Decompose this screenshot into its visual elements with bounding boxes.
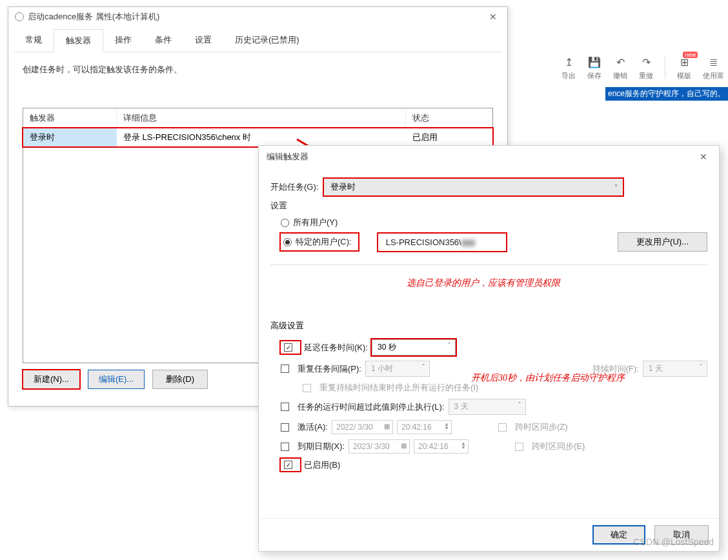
tab-history[interactable]: 历史记录(已禁用) (223, 29, 311, 52)
expire-checkbox[interactable] (281, 443, 289, 451)
advanced-settings-label: 高级设置 (270, 320, 707, 332)
annotation-2: 开机后30秒，由计划任务启动守护程序 (471, 372, 625, 384)
activate-date[interactable]: 2022/ 3/30▦ (332, 420, 393, 434)
new-button[interactable]: 新建(N)... (23, 370, 80, 389)
export-icon: ↥ (562, 55, 575, 68)
close-button[interactable]: ✕ (485, 12, 501, 22)
tab-description: 创建任务时，可以指定触发该任务的条件。 (8, 52, 507, 82)
delay-label: 延迟任务时间(K): (304, 342, 368, 354)
save-icon: 💾 (588, 55, 601, 68)
repeat-combo[interactable]: 1 小时 (365, 361, 430, 377)
radio-specific-label: 特定的用户(C): (296, 236, 352, 248)
user-display: LS-PRECISION356\▮▮▮ (378, 233, 507, 252)
tab-general[interactable]: 常规 (14, 29, 54, 52)
tab-actions[interactable]: 操作 (103, 29, 143, 52)
spinner-icon: ▲▼ (461, 442, 466, 450)
repeat-stop-label: 重复持续时间结束时停止所有运行的任务(I) (319, 382, 478, 394)
row-trigger: 登录时 (23, 128, 117, 146)
new-badge: new (683, 52, 698, 58)
col-status[interactable]: 状态 (406, 108, 492, 128)
rich-icon: ≣ (707, 55, 720, 68)
delay-checkbox[interactable] (284, 343, 292, 352)
dialog-title: 启动cadence服务 属性(本地计算机) (28, 11, 159, 23)
activate-time[interactable]: 20:42:16▲▼ (397, 420, 452, 434)
activate-label: 激活(A): (298, 421, 328, 433)
row-status: 已启用 (406, 128, 492, 146)
repeat-label: 重复任务间隔(P): (298, 363, 361, 375)
tool-export[interactable]: ↥导出 (561, 55, 576, 81)
table-header: 触发器 详细信息 状态 (23, 108, 492, 128)
duration-combo[interactable]: 1 天 (643, 361, 707, 377)
settings-group-label: 设置 (270, 200, 707, 212)
edit-trigger-dialog: 编辑触发器 ✕ 开始任务(G): 登录时 设置 所有用户(Y) 特定的用户(C)… (258, 145, 720, 552)
enabled-label: 已启用(B) (304, 459, 340, 471)
annotation-1: 选自己登录的用户，应该有管理员权限 (407, 277, 560, 289)
sync1-checkbox (498, 423, 507, 432)
tab-settings[interactable]: 设置 (183, 29, 223, 52)
titlebar: 启动cadence服务 属性(本地计算机) ✕ (8, 7, 507, 26)
activate-checkbox[interactable] (281, 423, 289, 432)
repeat-stop-checkbox (303, 384, 311, 392)
table-row[interactable]: 登录时 登录 LS-PRECISION356\chenx 时 已启用 (23, 128, 492, 146)
d2-title-text: 编辑触发器 (267, 151, 308, 163)
delay-combo[interactable]: 30 秒 (372, 339, 456, 355)
clock-icon (15, 12, 24, 21)
expire-date[interactable]: 2023/ 3/30▦ (349, 439, 410, 454)
sync2-checkbox (515, 443, 523, 451)
tool-redo[interactable]: ↷重做 (639, 55, 653, 81)
enabled-checkbox[interactable] (284, 461, 292, 469)
radio-specific-user[interactable] (283, 238, 292, 246)
tab-triggers[interactable]: 触发器 (54, 29, 103, 52)
tab-conditions[interactable]: 条件 (143, 29, 183, 52)
radio-all-label: 所有用户(Y) (293, 217, 338, 228)
d2-titlebar: 编辑触发器 ✕ (259, 146, 719, 168)
start-task-label: 开始任务(G): (270, 181, 318, 193)
bg-highlighted-text: ence服务的守护程序，自己写的。 (605, 87, 728, 101)
sync1-label: 跨时区同步(Z) (515, 421, 568, 433)
undo-icon: ↶ (614, 55, 627, 68)
row-detail: 登录 LS-PRECISION356\chenx 时 (117, 128, 406, 146)
redo-icon: ↷ (640, 55, 652, 68)
radio-all-users[interactable] (281, 219, 289, 227)
watermark: CSDN @LostSpeed (633, 537, 714, 547)
spinner-icon: ▲▼ (444, 423, 449, 430)
tool-save[interactable]: 💾保存 (587, 55, 602, 81)
stopif-label: 任务的运行时间超过此值则停止执行(L): (298, 401, 445, 413)
expire-time[interactable]: 20:42:16▲▼ (414, 439, 469, 454)
tool-template[interactable]: ⊞new模版 (677, 55, 691, 81)
repeat-checkbox[interactable] (281, 365, 289, 373)
d2-close-button[interactable]: ✕ (696, 152, 711, 162)
calendar-icon: ▦ (401, 442, 407, 449)
change-user-button[interactable]: 更改用户(U)... (618, 232, 707, 252)
calendar-icon: ▦ (384, 423, 390, 430)
expire-label: 到期日期(X): (298, 441, 345, 452)
bg-toolbar: ↥导出 💾保存 ↶撤销 ↷重做 ⊞new模版 ≣使用富 (558, 52, 728, 85)
stopif-checkbox[interactable] (281, 403, 289, 411)
col-trigger[interactable]: 触发器 (23, 108, 117, 128)
delete-button[interactable]: 删除(D) (152, 370, 208, 389)
sync2-label: 跨时区同步(E) (532, 441, 585, 452)
stopif-combo[interactable]: 3 天 (449, 399, 526, 415)
tool-rich[interactable]: ≣使用富 (703, 55, 724, 81)
start-task-combo[interactable]: 登录时 (323, 178, 623, 196)
col-detail[interactable]: 详细信息 (117, 108, 406, 128)
tab-strip: 常规 触发器 操作 条件 设置 历史记录(已禁用) (14, 29, 502, 52)
edit-button[interactable]: 编辑(E)... (88, 370, 145, 389)
tool-undo[interactable]: ↶撤销 (613, 55, 627, 81)
